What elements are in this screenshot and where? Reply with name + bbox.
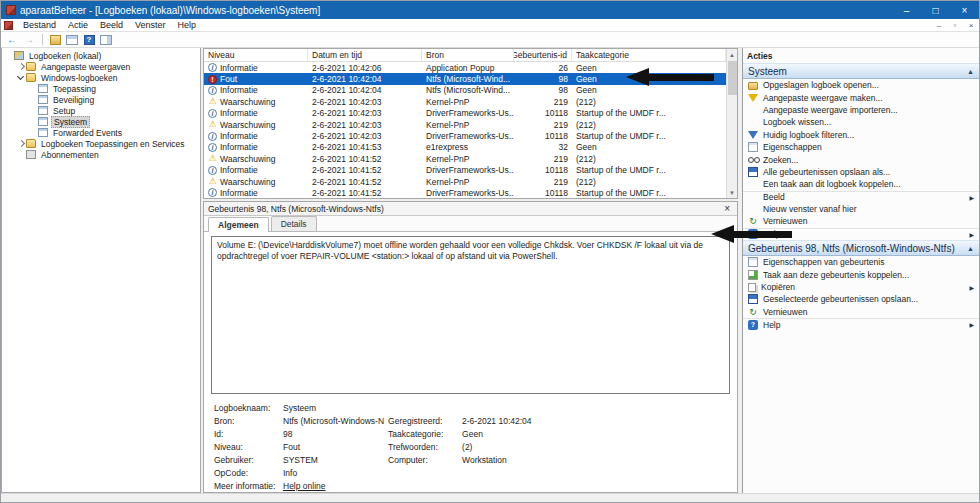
event-category: (212) [572,176,726,187]
tree-item-logboeken-lokaal[interactable]: Logboeken (lokaal) [2,50,200,61]
chev-spacer [29,118,37,126]
tree-item-label: Forwarded Events [51,128,124,138]
event-row[interactable]: ⚠Waarschuwing2-6-2021 10:42:03Kernel-PnP… [204,96,737,107]
event-viewer-window: aparaatBeheer - [Logboeken (lokaal)\Wind… [0,0,980,503]
action-help[interactable]: Help▶ [743,318,979,330]
child-restore-button[interactable]: ▫ [947,21,963,30]
actions-section-systeem[interactable]: Systeem▲ [743,63,979,79]
menu-help[interactable]: Help [172,19,203,31]
save-icon [748,294,758,304]
close-button[interactable]: × [950,1,979,19]
tree-item-toepassing[interactable]: Toepassing [2,83,200,94]
event-id: 10118 [514,187,572,198]
column-header-datum-en-tijd[interactable]: Datum en tijd [308,49,422,61]
action-eigenschappen[interactable]: Eigenschappen [743,141,979,153]
tree-item-beveiliging[interactable]: Beveiliging [2,94,200,105]
scroll-up-icon[interactable]: ▲ [727,49,737,60]
tree-item-label: Systeem [51,116,90,128]
action-label: Help [763,320,780,330]
event-row[interactable]: iInformatie2-6-2021 10:41:53e1rexpress32… [204,142,737,153]
action-opgeslagen-logboek-openen[interactable]: Opgeslagen logboek openen... [743,79,979,91]
funnel-y-icon [748,94,758,102]
table-scrollbar[interactable]: ▲ ▼ [726,49,737,198]
minimize-button[interactable]: – [892,1,921,19]
column-header-gebeurtenis-id[interactable]: Gebeurtenis-id [514,49,572,61]
toolbar-help-button[interactable] [81,33,97,47]
center-panel: NiveauDatum en tijdBronGebeurtenis-idTaa… [203,48,738,493]
tree-item-aangepaste-weergaven[interactable]: Aangepaste weergaven [2,61,200,72]
action-logboek-wissen[interactable]: Logboek wissen... [743,116,979,128]
field-label: OpCode: [211,466,283,479]
chevron-down-icon[interactable] [17,74,25,82]
action-kopi-ren[interactable]: Kopiëren▶ [743,281,979,293]
menu-actie[interactable]: Actie [62,19,94,31]
toolbar-forward-button[interactable] [21,33,37,47]
help-online-link[interactable]: Help online [283,479,388,492]
event-id: 26 [514,62,572,73]
action-taak-aan-deze-gebeurtenis-koppelen[interactable]: Taak aan deze gebeurtenis koppelen... [743,268,979,280]
chev-spacer [5,52,13,60]
event-row[interactable]: iInformatie2-6-2021 10:42:03DriverFramew… [204,108,737,119]
field-label: Logboeknaam: [211,401,283,414]
action-aangepaste-weergave-maken[interactable]: Aangepaste weergave maken... [743,91,979,103]
toolbar-show-actionpane-button[interactable] [98,33,114,47]
event-id: 10118 [514,165,572,176]
action-vernieuwen[interactable]: Vernieuwen [743,306,979,318]
chevron-right-icon[interactable] [17,140,25,148]
action-beeld[interactable]: Beeld▶ [743,191,979,203]
child-close-button[interactable]: × [963,21,979,30]
toolbar-back-button[interactable] [4,33,20,47]
action-eigenschappen-van-gebeurtenis[interactable]: Eigenschappen van gebeurtenis [743,256,979,268]
scroll-thumb[interactable] [728,61,737,95]
submenu-arrow-icon: ▶ [969,194,974,201]
field-value: Systeem [283,401,388,414]
tree-item-forwarded-events[interactable]: Forwarded Events [2,127,200,138]
chev-spacer [29,107,37,115]
event-row[interactable]: iInformatie2-6-2021 10:41:52DriverFramew… [204,187,737,198]
tab-details[interactable]: Details [271,216,317,231]
menu-venster[interactable]: Venster [129,19,172,31]
action-nieuw-venster-vanaf-hier[interactable]: Nieuw venster vanaf hier [743,203,979,215]
action-een-taak-aan-dit-logboek-koppelen[interactable]: Een taak aan dit logboek koppelen... [743,178,979,190]
menu-bestand[interactable]: Bestand [17,19,62,31]
warning-icon: ⚠ [208,154,217,163]
event-row[interactable]: iInformatie2-6-2021 10:41:52DriverFramew… [204,165,737,176]
tree-item-windows-logboeken[interactable]: Windows-logboeken [2,72,200,83]
event-row[interactable]: ⚠Waarschuwing2-6-2021 10:41:52Kernel-PnP… [204,153,737,164]
scroll-down-icon[interactable]: ▼ [727,187,737,198]
event-datetime: 2-6-2021 10:42:06 [308,62,422,73]
event-row[interactable]: ⚠Waarschuwing2-6-2021 10:41:52Kernel-PnP… [204,176,737,187]
action-alle-gebeurtenissen-opslaan-als[interactable]: Alle gebeurtenissen opslaan als... [743,166,979,178]
event-row[interactable]: ⚠Waarschuwing2-6-2021 10:42:03Kernel-PnP… [204,119,737,130]
action-aangepaste-weergave-importeren[interactable]: Aangepaste weergave importeren... [743,104,979,116]
help-icon [748,320,758,330]
event-row[interactable]: iInformatie2-6-2021 10:42:03DriverFramew… [204,130,737,141]
column-header-niveau[interactable]: Niveau [204,49,308,61]
collapse-icon[interactable]: ▲ [967,68,974,75]
chevron-right-icon[interactable] [17,63,25,71]
window-title: aparaatBeheer - [Logboeken (lokaal)\Wind… [20,5,892,16]
action-huidig-logboek-filteren[interactable]: Huidig logboek filteren... [743,129,979,141]
detail-close-icon[interactable]: × [721,203,733,214]
action-zoeken[interactable]: Zoeken... [743,153,979,165]
tree-item-logboeken-toepassingen-en-services[interactable]: Logboeken Toepassingen en Services [2,138,200,149]
maximize-button[interactable]: □ [921,1,950,19]
column-header-taakcategorie[interactable]: Taakcategorie [572,49,726,61]
menu-beeld[interactable]: Beeld [94,19,129,31]
tree-item-systeem[interactable]: Systeem [2,116,200,127]
toolbar-export-button[interactable] [47,33,63,47]
collapse-icon[interactable]: ▲ [967,245,974,252]
event-message-box[interactable]: Volume E: (\Device\HarddiskVolume7) moet… [211,236,730,394]
tree-item-abonnementen[interactable]: Abonnementen [2,149,200,160]
toolbar-show-tree-button[interactable] [64,33,80,47]
action-label: Alle gebeurtenissen opslaan als... [763,167,890,177]
child-minimize-button[interactable]: – [931,21,947,30]
tree-item-setup[interactable]: Setup [2,105,200,116]
event-row[interactable]: iInformatie2-6-2021 10:42:04Ntfs (Micros… [204,85,737,96]
tab-algemeen[interactable]: Algemeen [208,217,269,232]
warning-icon: ⚠ [208,120,217,129]
event-id: 219 [514,153,572,164]
column-header-bron[interactable]: Bron [422,49,514,61]
event-id: 10118 [514,130,572,141]
action-geselecteerde-gebeurtenissen-opslaan[interactable]: Geselecteerde gebeurtenissen opslaan... [743,293,979,305]
